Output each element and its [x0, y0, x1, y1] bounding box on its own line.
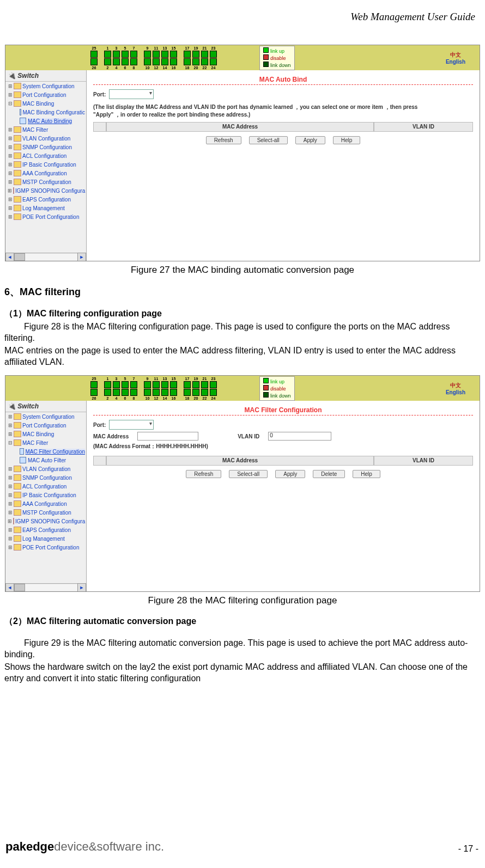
port-select[interactable]: [109, 420, 154, 430]
selectall-button[interactable]: Select-all: [229, 470, 268, 478]
sidebar-scrollbar[interactable]: ◄►: [5, 253, 86, 261]
figure-27-screenshot: 2526 12 34 56 78 910 1112 1314 1516 1718…: [5, 45, 480, 261]
switch-header: 2526 12 34 56 78 910 1112 1314 1516 1718…: [5, 376, 480, 401]
sidebar-scrollbar[interactable]: ◄►: [5, 583, 86, 591]
page-number: - 17 -: [458, 844, 478, 854]
body-text: MAC entries on the page is used to enter…: [4, 345, 481, 368]
doc-header: Web Management User Guide: [4, 11, 481, 23]
figure-28-screenshot: 2526 12 34 56 78 910 1112 1314 1516 1718…: [5, 375, 480, 592]
port-grid: 2526 12 34 56 78 910 1112 1314 1516 1718…: [90, 377, 217, 400]
table-header: MAC Address VLAN ID: [93, 456, 473, 466]
apply-button[interactable]: Apply: [295, 136, 325, 144]
sidebar-item[interactable]: ⊞SNMP Configuration: [5, 473, 86, 482]
link-status-legend: link up disable link down: [259, 46, 295, 70]
sidebar-item[interactable]: ⊞EAPS Configuration: [5, 525, 86, 534]
sidebar-item[interactable]: ⊞Log Management: [5, 534, 86, 543]
sidebar-item[interactable]: ⊞IP Basic Configuration: [5, 491, 86, 499]
sidebar-item[interactable]: ⊞IGMP SNOOPING Configura: [5, 517, 86, 525]
port-select[interactable]: [109, 89, 154, 99]
sidebar-item[interactable]: ⊞IP Basic Configuration: [5, 160, 86, 169]
language-toggle[interactable]: 中文 English: [446, 51, 476, 65]
page-title: MAC Filter Configuration: [93, 406, 473, 414]
sidebar-item[interactable]: ⊞VLAN Configuration: [5, 464, 86, 473]
apply-button[interactable]: Apply: [275, 470, 305, 478]
mac-label: MAC Address: [93, 433, 129, 439]
sidebar-item[interactable]: ⊞Port Configuration: [5, 90, 86, 99]
figure-27-caption: Figure 27 the MAC binding automatic conv…: [4, 265, 481, 276]
switch-header: 2526 12 34 56 78 910 1112 1314 1516 1718…: [5, 45, 480, 70]
port-grid: 2526 12 34 56 78 910 1112 1314 1516 1718…: [90, 46, 217, 70]
sidebar-item[interactable]: ⊞EAPS Configuration: [5, 195, 86, 204]
refresh-button[interactable]: Refresh: [186, 470, 221, 478]
sidebar-item[interactable]: ⊞Log Management: [5, 204, 86, 212]
sidebar-item[interactable]: ⊞MSTP Configuration: [5, 178, 86, 186]
port-label: Port:: [93, 91, 106, 97]
link-status-legend: link up disable link down: [259, 376, 295, 401]
sidebar-item[interactable]: ⊞AAA Configuration: [5, 169, 86, 178]
main-pane: MAC Auto Bind Port: (The list display th…: [87, 70, 480, 261]
sidebar-title: 🔌 Switch: [5, 401, 86, 412]
sidebar-item[interactable]: ⊞AAA Configuration: [5, 499, 86, 508]
sidebar-item[interactable]: ⊞MAC Binding: [5, 430, 86, 438]
vlan-input[interactable]: 0: [268, 432, 331, 441]
subsection-2-heading: （2）MAC filtering automatic conversion pa…: [4, 616, 481, 627]
sidebar-item[interactable]: ⊞Port Configuration: [5, 421, 86, 430]
footer-logo: pakedgedevice&software inc.: [5, 840, 164, 854]
port-label: Port:: [93, 422, 106, 428]
sidebar-item[interactable]: ⊞IGMP SNOOPING Configura: [5, 186, 86, 195]
help-button[interactable]: Help: [353, 470, 380, 478]
section-6-heading: 6、MAC filtering: [4, 285, 481, 298]
help-button[interactable]: Help: [333, 136, 361, 144]
mac-input[interactable]: [137, 432, 198, 441]
sidebar-item[interactable]: ⊞System Configuration: [5, 82, 86, 90]
vlan-label: VLAN ID: [238, 433, 259, 439]
sidebar-title: 🔌 Switch: [5, 70, 86, 82]
table-header: MAC Address VLAN ID: [93, 122, 473, 132]
sidebar-leaf[interactable]: MAC Auto Filter: [5, 456, 86, 464]
sidebar-item[interactable]: ⊞SNMP Configuration: [5, 143, 86, 151]
sidebar-item[interactable]: ⊞MAC Filter: [5, 125, 86, 134]
sidebar-item[interactable]: ⊞POE Port Configuration: [5, 543, 86, 552]
sidebar-item[interactable]: ⊞POE Port Configuration: [5, 212, 86, 221]
body-text: Figure 29 is the MAC filtering automatic…: [4, 637, 481, 660]
figure-28-caption: Figure 28 the MAC filtering configuratio…: [4, 595, 481, 606]
body-text: Figure 28 is the MAC filtering configura…: [4, 321, 481, 344]
language-toggle[interactable]: 中文 English: [446, 382, 476, 395]
page-title: MAC Auto Bind: [93, 76, 473, 83]
sidebar-item[interactable]: ⊞MSTP Configuration: [5, 508, 86, 517]
format-note: (MAC Address Format：HHHH.HHHH.HHHH): [93, 443, 473, 450]
sidebar-item[interactable]: ⊞VLAN Configuration: [5, 134, 86, 143]
subsection-1-heading: （1）MAC filtering configuration page: [4, 308, 481, 320]
refresh-button[interactable]: Refresh: [206, 136, 241, 144]
selectall-button[interactable]: Select-all: [249, 136, 288, 144]
main-pane: MAC Filter Configuration Port: MAC Addre…: [87, 401, 480, 591]
sidebar-leaf-active[interactable]: MAC Filter Configuration: [5, 447, 86, 456]
sidebar-item[interactable]: ⊞System Configuration: [5, 412, 86, 421]
sidebar-item[interactable]: ⊟MAC Filter: [5, 438, 86, 447]
body-text: Shows the hardware switch on the lay2 th…: [4, 661, 481, 684]
sidebar-item[interactable]: ⊞ACL Configuration: [5, 151, 86, 160]
sidebar-leaf[interactable]: MAC Binding Configuratic: [5, 108, 86, 117]
sidebar-item[interactable]: ⊟MAC Binding: [5, 99, 86, 108]
delete-button[interactable]: Delete: [313, 470, 345, 478]
note-text: (The list display the MAC Address and VL…: [93, 103, 420, 119]
sidebar-leaf-active[interactable]: MAC Auto Binding: [5, 117, 86, 125]
sidebar-item[interactable]: ⊞ACL Configuration: [5, 482, 86, 491]
nav-sidebar: 🔌 Switch ⊞System Configuration ⊞Port Con…: [5, 401, 87, 591]
nav-sidebar: 🔌 Switch ⊞System Configuration ⊞Port Con…: [5, 70, 87, 261]
